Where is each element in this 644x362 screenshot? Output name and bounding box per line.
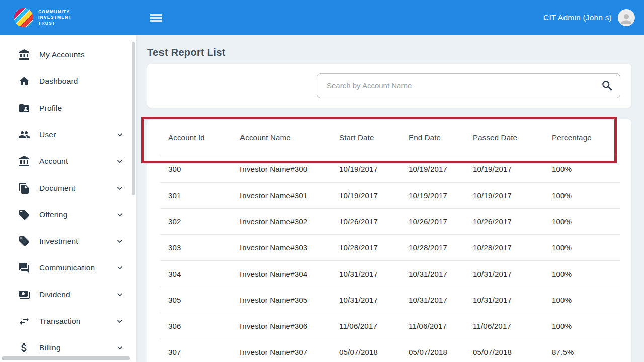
chevron-down-icon: [115, 316, 125, 326]
cell-percentage: 100%: [544, 234, 620, 260]
sidebar-item-label: My Accounts: [39, 50, 115, 59]
table-row[interactable]: 301 Investor Name#301 10/19/2017 10/19/2…: [160, 182, 620, 208]
table-row[interactable]: 302 Investor Name#302 10/26/2017 10/26/2…: [160, 208, 620, 234]
search-icon[interactable]: [601, 79, 614, 93]
table-row[interactable]: 300 Investor Name#300 10/19/2017 10/19/2…: [160, 156, 620, 182]
sidebar-item[interactable]: My Accounts: [0, 41, 136, 68]
report-table-card: Account IdAccount NameStart DateEnd Date…: [147, 119, 631, 362]
sidebar-item[interactable]: Communication: [0, 254, 136, 281]
cell-end-date: 10/28/2017: [400, 234, 465, 260]
cell-percentage: 100%: [544, 287, 620, 313]
sidebar-item-label: Offering: [39, 210, 115, 219]
chevron-down-icon: [115, 183, 125, 193]
people-icon: [18, 129, 30, 141]
table-header: Account IdAccount NameStart DateEnd Date…: [160, 119, 620, 156]
cell-start-date: 10/19/2017: [331, 182, 400, 208]
sidebar-item[interactable]: Dividend: [0, 281, 136, 308]
sidebar-item[interactable]: Account: [0, 148, 136, 174]
cell-percentage: 87.5%: [544, 339, 620, 362]
column-header: Account Id: [160, 119, 232, 156]
logo-text-line: INVESTMENT: [38, 15, 72, 20]
tag-icon: [18, 235, 30, 247]
sidebar-item-label: Account: [39, 157, 115, 166]
cell-end-date: 05/07/2018: [400, 339, 465, 362]
cell-passed-date: 10/28/2017: [465, 234, 544, 260]
sidebar-item[interactable]: User: [0, 121, 136, 148]
cell-end-date: 10/19/2017: [400, 156, 465, 182]
cell-account-name: Investor Name#307: [232, 339, 331, 362]
table-row[interactable]: 304 Investor Name#304 10/31/2017 10/31/2…: [160, 260, 620, 287]
page-title: Test Report List: [147, 47, 226, 58]
cell-passed-date: 10/31/2017: [465, 260, 544, 287]
logo-text-line: COMMUNITY: [38, 9, 72, 15]
cell-end-date: 10/26/2017: [400, 208, 465, 234]
sidebar-item-label: Billing: [39, 343, 115, 352]
cell-percentage: 100%: [544, 208, 620, 234]
sidebar-item-label: Profile: [39, 104, 115, 113]
cell-end-date: 10/31/2017: [400, 287, 465, 313]
cell-passed-date: 10/19/2017: [465, 182, 544, 208]
sidebar-item-label: Investment: [39, 237, 115, 246]
person-icon: [619, 12, 634, 26]
search-input[interactable]: [317, 74, 620, 98]
sidebar-item[interactable]: Document: [0, 174, 136, 201]
sidebar: My Accounts Dashboard Profile: [0, 35, 136, 362]
top-bar: COMMUNITYINVESTMENTTRUST CIT Admin (John…: [0, 0, 644, 35]
cell-passed-date: 10/26/2017: [465, 208, 544, 234]
dollar-icon: [18, 342, 30, 354]
sidebar-item[interactable]: Dashboard: [0, 68, 136, 95]
menu-icon[interactable]: [150, 13, 162, 23]
table-row[interactable]: 305 Investor Name#305 10/31/2017 10/31/2…: [160, 287, 620, 313]
sidebar-horizontal-scrollbar[interactable]: [2, 356, 130, 360]
column-header: Percentage: [544, 119, 620, 156]
user-label: CIT Admin (John s): [543, 13, 612, 22]
cell-end-date: 11/06/2017: [400, 313, 465, 339]
cell-start-date: 10/19/2017: [331, 156, 400, 182]
swap-arrows-icon: [18, 315, 30, 327]
column-header: Passed Date: [465, 119, 544, 156]
cell-account-id: 300: [160, 156, 232, 182]
topbar-user-area: CIT Admin (John s): [543, 9, 644, 26]
cell-start-date: 10/31/2017: [331, 260, 400, 287]
cell-start-date: 10/26/2017: [331, 208, 400, 234]
chevron-down-icon: [115, 290, 125, 300]
search-card: [147, 64, 631, 108]
cell-percentage: 100%: [544, 182, 620, 208]
cell-account-id: 305: [160, 287, 232, 313]
table-row[interactable]: 307 Investor Name#307 05/07/2018 05/07/2…: [160, 339, 620, 362]
chat-icon: [18, 262, 30, 274]
column-header: Start Date: [331, 119, 400, 156]
cell-end-date: 10/31/2017: [400, 260, 465, 287]
cell-account-name: Investor Name#302: [232, 208, 331, 234]
cell-passed-date: 10/19/2017: [465, 156, 544, 182]
file-copy-icon: [18, 182, 30, 194]
app-logo[interactable]: COMMUNITYINVESTMENTTRUST: [0, 8, 136, 27]
logo-icon: [14, 8, 33, 27]
cell-end-date: 10/19/2017: [400, 182, 465, 208]
folder-shared-icon: [18, 102, 30, 114]
cell-start-date: 10/28/2017: [331, 234, 400, 260]
table-row[interactable]: 303 Investor Name#303 10/28/2017 10/28/2…: [160, 234, 620, 260]
cell-account-name: Investor Name#301: [232, 182, 331, 208]
cell-start-date: 10/31/2017: [331, 287, 400, 313]
chevron-down-icon: [115, 156, 125, 166]
sidebar-item-label: Transaction: [39, 317, 115, 326]
sidebar-vertical-scrollbar[interactable]: [132, 42, 135, 195]
sidebar-item-label: Dashboard: [39, 77, 115, 86]
sidebar-item[interactable]: Transaction: [0, 308, 136, 334]
cell-account-name: Investor Name#303: [232, 234, 331, 260]
cell-account-name: Investor Name#306: [232, 313, 331, 339]
cell-account-id: 303: [160, 234, 232, 260]
cell-account-id: 304: [160, 260, 232, 287]
sidebar-item[interactable]: Offering: [0, 201, 136, 228]
payments-icon: [18, 289, 30, 301]
chevron-down-icon: [115, 263, 125, 273]
sidebar-item[interactable]: Profile: [0, 95, 136, 121]
cell-passed-date: 10/31/2017: [465, 287, 544, 313]
table-row[interactable]: 306 Investor Name#306 11/06/2017 11/06/2…: [160, 313, 620, 339]
avatar[interactable]: [618, 9, 635, 26]
sidebar-item[interactable]: Investment: [0, 228, 136, 254]
report-table: Account IdAccount NameStart DateEnd Date…: [160, 119, 620, 362]
bank-icon: [18, 155, 30, 167]
cell-percentage: 100%: [544, 260, 620, 287]
